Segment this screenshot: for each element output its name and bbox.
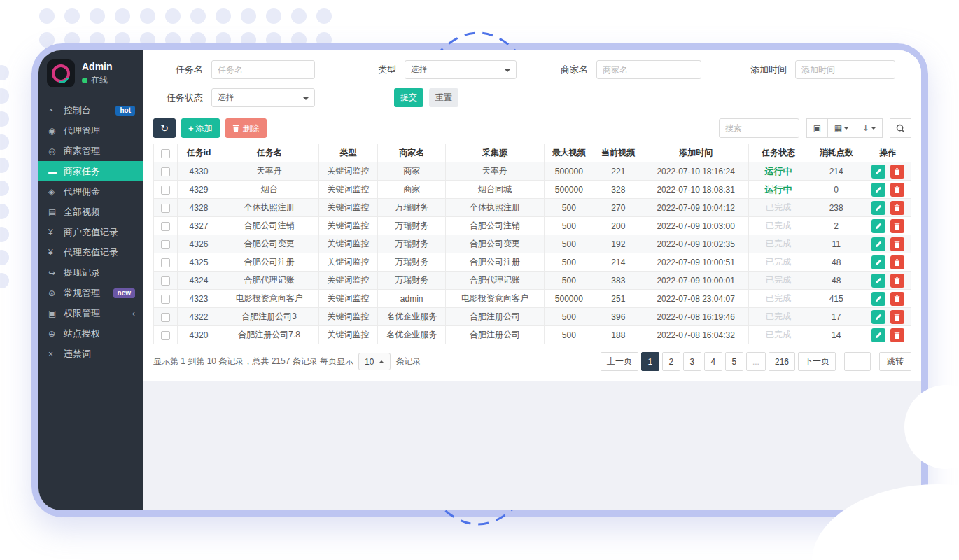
- task-name-input[interactable]: [211, 60, 315, 79]
- sidebar-item-merchant-recharge[interactable]: ¥商户充值记录: [38, 222, 144, 242]
- cell-type: 关键词监控: [318, 326, 378, 344]
- search-button[interactable]: [890, 118, 911, 138]
- cell-points: 17: [808, 308, 864, 326]
- per-page-select[interactable]: 10: [358, 353, 391, 370]
- sidebar-item-dashboard[interactable]: ◔控制台hot: [38, 100, 144, 120]
- sidebar-item-agents[interactable]: ◉代理管理: [38, 120, 144, 141]
- cell-task-id: 4329: [178, 181, 220, 199]
- cell-type: 关键词监控: [318, 162, 378, 181]
- cell-type: 关键词监控: [318, 272, 378, 290]
- search-input[interactable]: [719, 118, 799, 138]
- edit-button[interactable]: [872, 237, 886, 251]
- edit-button[interactable]: [872, 274, 886, 288]
- pencil-icon: [875, 168, 882, 175]
- cell-points: 14: [808, 326, 864, 344]
- cell-current-videos: 188: [594, 326, 643, 344]
- sidebar-item-agent-recharge[interactable]: ¥代理充值记录: [38, 242, 144, 262]
- cell-task-id: 4324: [178, 272, 220, 290]
- edit-button[interactable]: [872, 255, 886, 270]
- cell-merchant: 万瑞财务: [378, 253, 446, 272]
- sidebar-item-commission[interactable]: ◈代理佣金: [38, 181, 144, 202]
- page-button-216[interactable]: 216: [769, 352, 795, 371]
- jump-page-input[interactable]: [844, 352, 871, 371]
- chevron-down-icon: [505, 69, 510, 75]
- delete-row-button[interactable]: [890, 255, 904, 270]
- trash-icon: [894, 204, 900, 211]
- reset-button[interactable]: 重置: [429, 88, 458, 107]
- records-info: 显示第 1 到第 10 条记录，总共 2157 条记录 每页显示: [153, 356, 354, 368]
- task-status-select[interactable]: 选择: [211, 88, 315, 107]
- sidebar-item-site-auth[interactable]: ⊕站点授权: [38, 323, 144, 344]
- table-row: 4320 合肥注册公司7.8 关键词监控 名优企业服务 合肥注册公司 500 1…: [154, 326, 911, 344]
- cell-merchant: 商家: [378, 162, 446, 181]
- delete-row-button[interactable]: [890, 237, 904, 251]
- trash-icon: [894, 241, 900, 248]
- edit-button[interactable]: [872, 201, 886, 215]
- cell-task-name: 合肥注册公司7.8: [220, 326, 318, 344]
- delete-row-button[interactable]: [890, 274, 904, 288]
- add-time-input[interactable]: [795, 60, 895, 79]
- row-checkbox[interactable]: [161, 204, 170, 213]
- online-dot-icon: [82, 78, 88, 83]
- merchant-name-input[interactable]: [596, 60, 701, 79]
- delete-button[interactable]: 删除: [225, 118, 267, 138]
- page-button-1[interactable]: 1: [641, 352, 659, 371]
- edit-button[interactable]: [872, 183, 886, 197]
- sidebar-item-withdrawals[interactable]: ↪提现记录: [38, 262, 144, 283]
- sidebar-item-merchants[interactable]: ◎商家管理: [38, 141, 144, 161]
- jump-button[interactable]: 跳转: [879, 352, 911, 371]
- row-checkbox[interactable]: [161, 186, 170, 195]
- sidebar-item-merchant-tasks[interactable]: ▬商家任务: [38, 161, 144, 181]
- page-button-3[interactable]: 3: [683, 352, 701, 371]
- select-all-checkbox[interactable]: [161, 149, 170, 158]
- delete-button-label: 删除: [243, 122, 260, 134]
- delete-row-button[interactable]: [890, 183, 904, 197]
- edit-button[interactable]: [872, 310, 886, 324]
- edit-button[interactable]: [872, 219, 886, 233]
- row-checkbox[interactable]: [161, 276, 170, 286]
- cell-task-id: 4328: [178, 199, 220, 217]
- sidebar-item-banned-words[interactable]: ×违禁词: [38, 344, 144, 364]
- export-button[interactable]: ↧: [855, 118, 883, 138]
- chevron-down-icon: [844, 127, 848, 132]
- row-checkbox[interactable]: [161, 331, 170, 340]
- delete-row-button[interactable]: [890, 310, 904, 324]
- type-select[interactable]: 选择: [405, 60, 517, 79]
- page-button-4[interactable]: 4: [704, 352, 722, 371]
- columns-button[interactable]: ▦: [827, 118, 855, 138]
- add-button[interactable]: + 添加: [181, 118, 220, 138]
- submit-button[interactable]: 提交: [394, 88, 424, 107]
- refresh-button[interactable]: ↻: [153, 118, 176, 138]
- delete-row-button[interactable]: [890, 201, 904, 215]
- row-checkbox[interactable]: [161, 295, 170, 304]
- delete-row-button[interactable]: [890, 328, 904, 342]
- row-checkbox[interactable]: [161, 222, 170, 231]
- sidebar-item-videos[interactable]: ▤全部视频: [38, 202, 144, 222]
- sidebar-item-permissions[interactable]: ▣权限管理‹: [38, 303, 144, 323]
- edit-button[interactable]: [872, 328, 886, 342]
- delete-row-button[interactable]: [890, 219, 904, 233]
- delete-row-button[interactable]: [890, 292, 904, 306]
- row-checkbox[interactable]: [161, 258, 170, 267]
- pencil-icon: [875, 314, 882, 321]
- row-checkbox[interactable]: [161, 313, 170, 322]
- cell-status: 已完成: [749, 272, 808, 290]
- cell-current-videos: 251: [594, 290, 643, 308]
- toggle-view-button[interactable]: ▣: [806, 118, 828, 138]
- cell-source: 天率丹: [446, 162, 545, 181]
- row-checkbox[interactable]: [161, 167, 170, 176]
- cell-source: 合肥代理记账: [446, 272, 545, 290]
- row-checkbox[interactable]: [161, 240, 170, 249]
- edit-button[interactable]: [872, 164, 886, 178]
- prev-page-button[interactable]: 上一页: [601, 352, 638, 371]
- cell-status: 已完成: [749, 326, 808, 344]
- cell-task-name: 合肥代理记账: [220, 272, 318, 290]
- next-page-button[interactable]: 下一页: [798, 352, 836, 371]
- edit-button[interactable]: [872, 292, 886, 306]
- page-button-2[interactable]: 2: [662, 352, 680, 371]
- delete-row-button[interactable]: [890, 164, 904, 178]
- sidebar-item-general-settings[interactable]: ⊛常规管理new: [38, 283, 144, 303]
- cell-status: 已完成: [749, 253, 808, 272]
- page-button-5[interactable]: 5: [725, 352, 743, 371]
- cell-status: 运行中: [749, 181, 808, 199]
